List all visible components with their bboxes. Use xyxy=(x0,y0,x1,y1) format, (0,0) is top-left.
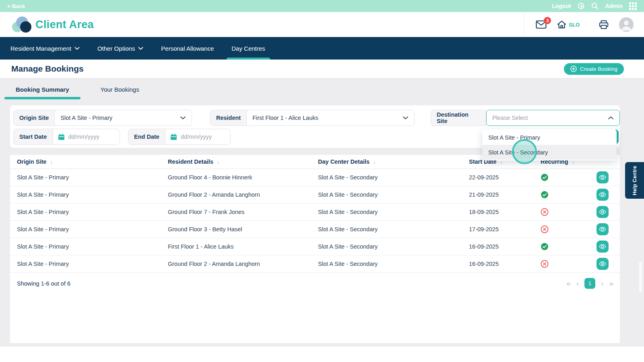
actions-cell xyxy=(585,171,620,183)
nav-item-resident-management[interactable]: Resident Management xyxy=(10,37,80,60)
dropdown-option-slot-a-site-secondary[interactable]: Slot A Site - Secondary xyxy=(482,145,617,160)
resident-value: First Floor 1 - Alice Lauks xyxy=(247,110,402,125)
view-booking-button[interactable] xyxy=(597,223,609,235)
prev-page-button[interactable]: ‹ xyxy=(576,280,579,287)
home-icon xyxy=(557,20,566,29)
cell-day-center: Slot A Site - Secondary xyxy=(318,261,469,267)
last-page-button[interactable]: » xyxy=(609,280,613,287)
table-row: Slot A Site - PrimaryGround Floor 2 - Am… xyxy=(10,255,620,273)
calendar-icon xyxy=(170,134,177,140)
site-code-label: SLO xyxy=(569,22,580,28)
table-body: Slot A Site - PrimaryGround Floor 4 - Bo… xyxy=(10,169,620,273)
cell-day-center: Slot A Site - Secondary xyxy=(318,226,469,232)
column-header-day-center-details[interactable]: Day Center Details↓ xyxy=(318,158,469,165)
page-title: Manage Bookings xyxy=(11,64,84,74)
start-date-input[interactable] xyxy=(68,134,113,140)
sort-icon[interactable]: ↓ xyxy=(373,159,376,165)
plus-circle-icon xyxy=(570,66,577,72)
recurring-no-icon xyxy=(541,260,585,268)
cell-origin: Slot A Site - Primary xyxy=(17,226,168,232)
resident-select[interactable]: Resident First Floor 1 - Alice Lauks xyxy=(210,110,415,126)
recurring-no-icon xyxy=(541,208,585,216)
page-title-bar: Manage Bookings Create Booking xyxy=(0,60,644,78)
chevron-down-icon xyxy=(138,47,143,50)
back-link[interactable]: < Back xyxy=(7,3,25,9)
recurring-yes-icon xyxy=(541,173,585,181)
nav-item-other-options[interactable]: Other Options xyxy=(97,37,143,60)
view-booking-button[interactable] xyxy=(597,189,609,201)
resident-label: Resident xyxy=(211,110,247,125)
sort-icon[interactable]: ↓ xyxy=(50,159,53,165)
origin-site-select[interactable]: Origin Site Slot A Site - Primary xyxy=(13,110,192,126)
view-booking-button[interactable] xyxy=(597,171,609,183)
logout-icon[interactable] xyxy=(577,2,585,10)
view-booking-button[interactable] xyxy=(597,258,609,270)
table-row: Slot A Site - PrimaryGround Floor 2 - Am… xyxy=(10,186,620,204)
actions-cell xyxy=(585,206,620,218)
cell-start-date: 16-09-2025 xyxy=(469,243,541,250)
column-header-resident-details[interactable]: Resident Details↓ xyxy=(168,158,318,165)
dropdown-option-slot-a-site-primary[interactable]: Slot A Site - Primary xyxy=(482,130,617,145)
cell-start-date: 16-09-2025 xyxy=(469,261,541,267)
create-booking-label: Create Booking xyxy=(580,66,617,72)
help-centre-label: Help Centre xyxy=(632,166,638,195)
chevron-down-icon xyxy=(402,110,414,125)
logout-link[interactable]: Logout xyxy=(552,3,571,9)
origin-site-label: Origin Site xyxy=(14,110,55,125)
table-row: Slot A Site - PrimaryGround Floor 3 - Be… xyxy=(10,221,620,238)
destination-site-input[interactable] xyxy=(486,110,620,126)
cell-resident: First Floor 1 - Alice Lauks xyxy=(168,243,318,250)
next-page-button[interactable]: › xyxy=(601,280,603,287)
cell-start-date: 21-09-2025 xyxy=(469,191,541,198)
app-title: Client Area xyxy=(35,19,94,31)
end-date-input[interactable] xyxy=(181,134,225,140)
cell-resident: Ground Floor 4 - Bonnie Hinnerk xyxy=(168,174,318,181)
nav-item-label: Other Options xyxy=(97,45,135,52)
home-button[interactable]: SLO xyxy=(557,20,580,29)
print-button[interactable] xyxy=(599,20,609,29)
pagination: « ‹ 1 › » xyxy=(566,278,613,289)
cell-origin: Slot A Site - Primary xyxy=(17,243,168,250)
app-header: Client Area 3 SLO xyxy=(0,12,644,37)
avatar[interactable] xyxy=(619,17,634,32)
nav-item-personal-allowance[interactable]: Personal Allowance xyxy=(161,37,214,60)
scrollbar-thumb[interactable] xyxy=(639,261,642,292)
first-page-button[interactable]: « xyxy=(566,280,571,287)
help-centre-tab[interactable]: Help Centre xyxy=(625,162,644,199)
view-booking-button[interactable] xyxy=(597,241,609,253)
actions-cell xyxy=(585,258,620,270)
actions-cell xyxy=(585,223,620,235)
apps-grid-icon[interactable] xyxy=(629,2,637,10)
recurring-yes-icon xyxy=(541,243,585,251)
current-page-button[interactable]: 1 xyxy=(584,278,595,289)
destination-site-field[interactable] xyxy=(487,115,608,121)
top-utility-bar: < Back Logout Admin xyxy=(0,0,644,12)
header-actions: 3 SLO xyxy=(524,12,634,37)
column-header-origin-site[interactable]: Origin Site↓ xyxy=(17,158,168,165)
view-booking-button[interactable] xyxy=(597,206,609,218)
cell-origin: Slot A Site - Primary xyxy=(17,174,168,181)
cell-day-center: Slot A Site - Secondary xyxy=(318,243,469,250)
table-footer: Showing 1-6 out of 6 « ‹ 1 › » xyxy=(10,278,620,289)
cell-resident: Ground Floor 2 - Amanda Langhorn xyxy=(168,261,318,267)
table-row: Slot A Site - PrimaryGround Floor 7 - Fr… xyxy=(10,204,620,221)
sort-icon[interactable]: ↓ xyxy=(217,159,220,165)
recurring-no-icon xyxy=(541,225,585,233)
start-date-field[interactable]: Start Date xyxy=(13,129,120,145)
admin-user-label[interactable]: Admin xyxy=(605,3,623,9)
nav-item-day-centres[interactable]: Day Centres xyxy=(231,37,265,60)
cell-start-date: 18-09-2025 xyxy=(469,209,541,215)
content-area: Booking SummaryYour Bookings Origin Site… xyxy=(0,78,644,347)
printer-icon xyxy=(599,20,609,29)
tab-your-bookings[interactable]: Your Bookings xyxy=(95,84,145,99)
tab-booking-summary[interactable]: Booking Summary xyxy=(10,84,75,99)
column-label: Origin Site xyxy=(17,158,46,165)
actions-cell xyxy=(585,189,620,201)
end-date-field[interactable]: End Date xyxy=(128,129,231,145)
search-icon[interactable] xyxy=(591,2,599,10)
cell-resident: Ground Floor 2 - Amanda Langhorn xyxy=(168,191,318,198)
recurring-yes-icon xyxy=(541,191,585,199)
chevron-down-icon xyxy=(74,47,80,50)
messages-button[interactable]: 3 xyxy=(536,20,547,29)
create-booking-button[interactable]: Create Booking xyxy=(564,63,624,75)
